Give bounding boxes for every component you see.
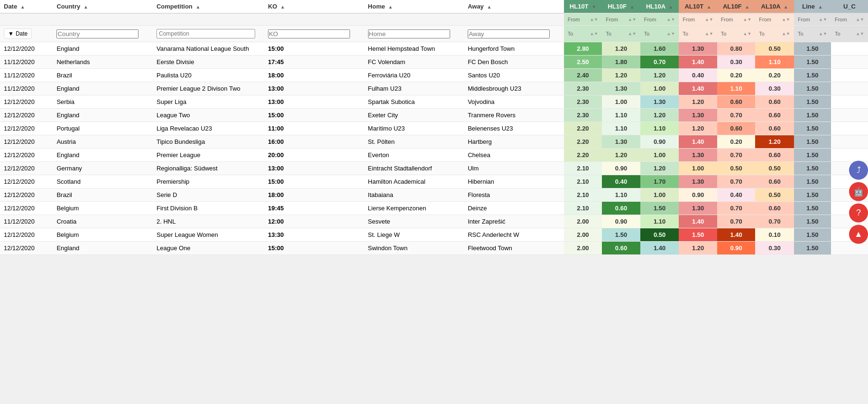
date-filter-cell: ▼ Date — [0, 26, 53, 42]
line-to-cell: To ▲▼ — [794, 26, 831, 42]
cell-hl10a: 1.20 — [640, 109, 679, 122]
cell-hl10f: 1.20 — [602, 42, 640, 56]
cell-al10f: 0.50 — [717, 162, 756, 175]
col-header-line[interactable]: Line ▲ — [794, 0, 831, 13]
col-header-date[interactable]: Date ▲ — [0, 0, 53, 13]
cell-al10t: 1.20 — [679, 95, 717, 109]
col-header-uc[interactable]: U_C — [831, 0, 868, 13]
al10a-to-spinner[interactable]: ▲▼ — [782, 31, 790, 37]
cell-line: 1.50 — [794, 202, 831, 215]
cell-uc — [831, 82, 868, 95]
table-row: 12/12/2020ScotlandPremiership15:00Hamilt… — [0, 175, 868, 188]
table-row: 12/12/2020EnglandPremier League20:00Ever… — [0, 149, 868, 162]
ko-filter-input[interactable] — [268, 29, 350, 38]
cell-hl10f: 1.10 — [602, 188, 640, 202]
cell-hl10t: 2.00 — [564, 215, 602, 228]
cell-al10t: 1.40 — [679, 135, 717, 149]
scroll-up-button[interactable]: ▲ — [849, 225, 868, 244]
cell-al10f: 0.70 — [717, 215, 756, 228]
table-row: 12/12/2020SerbiaSuper Liga13:00Spartak S… — [0, 95, 868, 109]
al10f-from-spinner[interactable]: ▲▼ — [743, 17, 752, 22]
away-filter-cell — [464, 26, 564, 42]
competition-filter-input[interactable] — [157, 29, 255, 38]
col-header-home[interactable]: Home ▲ — [364, 0, 464, 13]
cell-away: Fleetwood Town — [464, 242, 564, 255]
cell-country: Germany — [53, 162, 153, 175]
hl10a-from-spinner[interactable]: ▲▼ — [667, 17, 675, 22]
al10a-from-spinner[interactable]: ▲▼ — [782, 17, 790, 22]
line-from-cell: From ▲▼ — [794, 13, 831, 26]
cell-hl10a: 1.50 — [640, 202, 679, 215]
cell-home: Hamilton Academical — [364, 175, 464, 188]
cell-home: Lierse Kempenzonen — [364, 202, 464, 215]
col-header-country[interactable]: Country ▲ — [53, 0, 153, 13]
cell-hl10f: 0.40 — [602, 175, 640, 188]
col-header-away[interactable]: Away ▲ — [464, 0, 564, 13]
cell-hl10t: 2.00 — [564, 228, 602, 242]
share-button[interactable]: ⤴ — [849, 160, 868, 179]
hl10f-to-spinner[interactable]: ▲▼ — [628, 31, 637, 37]
cell-ko: 18:00 — [264, 69, 364, 82]
col-header-competition[interactable]: Competition ▲ — [153, 0, 264, 13]
home-filter-input[interactable] — [368, 29, 450, 38]
col-header-hl10a[interactable]: HL10A ▲ — [640, 0, 679, 13]
away-filter-input[interactable] — [468, 29, 550, 38]
main-table-container: Date ▲ Country ▲ Competition ▲ KO ▲ Home — [0, 0, 868, 255]
cell-al10a: 0.10 — [755, 228, 794, 242]
al10f-to-spinner[interactable]: ▲▼ — [743, 31, 752, 37]
sort-icon-hl10t: ▼ — [591, 4, 596, 9]
cell-country: Scotland — [53, 175, 153, 188]
col-header-al10a[interactable]: AL10A ▲ — [755, 0, 794, 13]
hl10t-to-spinner[interactable]: ▲▼ — [590, 31, 598, 37]
android-button[interactable]: 🤖 — [849, 182, 868, 201]
cell-hl10t: 2.20 — [564, 149, 602, 162]
cell-line: 1.50 — [794, 175, 831, 188]
data-table: Date ▲ Country ▲ Competition ▲ KO ▲ Home — [0, 0, 868, 255]
competition-filter-cell — [153, 26, 264, 42]
col-header-al10t[interactable]: AL10T ▲ — [679, 0, 717, 13]
cell-al10t: 1.30 — [679, 109, 717, 122]
cell-date: 12/12/2020 — [0, 202, 53, 215]
line-from-spinner[interactable]: ▲▼ — [819, 17, 827, 22]
cell-hl10a: 1.20 — [640, 69, 679, 82]
cell-away: RSC Anderlecht W — [464, 228, 564, 242]
line-to-spinner[interactable]: ▲▼ — [819, 31, 827, 37]
col-header-hl10t[interactable]: HL10T ▼ — [564, 0, 602, 13]
cell-away: Tranmere Rovers — [464, 109, 564, 122]
cell-hl10t: 2.30 — [564, 95, 602, 109]
help-button[interactable]: ? — [849, 203, 868, 222]
al10t-from-spinner[interactable]: ▲▼ — [705, 17, 713, 22]
uc-from-spinner[interactable]: ▲▼ — [856, 17, 864, 22]
cell-country: Serbia — [53, 95, 153, 109]
share-icon: ⤴ — [857, 165, 861, 175]
col-header-al10f[interactable]: AL10F ▲ — [717, 0, 756, 13]
cell-al10f: 0.20 — [717, 135, 756, 149]
hl10a-to-spinner[interactable]: ▲▼ — [667, 31, 675, 37]
cell-line: 1.50 — [794, 42, 831, 56]
cell-ko: 15:00 — [264, 242, 364, 255]
cell-date: 12/12/2020 — [0, 109, 53, 122]
from-empty — [0, 13, 564, 26]
cell-date: 12/12/2020 — [0, 175, 53, 188]
cell-al10a: 1.10 — [755, 56, 794, 69]
cell-hl10a: 0.90 — [640, 135, 679, 149]
al10t-to-spinner[interactable]: ▲▼ — [705, 31, 713, 37]
col-header-ko[interactable]: KO ▲ — [264, 0, 364, 13]
cell-al10f: 0.30 — [717, 56, 756, 69]
col-header-hl10f[interactable]: HL10F ▲ — [602, 0, 640, 13]
cell-al10a: 0.20 — [755, 69, 794, 82]
cell-al10f: 0.70 — [717, 149, 756, 162]
home-filter-cell — [364, 26, 464, 42]
hl10f-from-spinner[interactable]: ▲▼ — [628, 17, 637, 22]
country-filter-input[interactable] — [56, 29, 139, 38]
table-row: 12/12/2020EnglandVanarama National Leagu… — [0, 42, 868, 56]
cell-uc — [831, 149, 868, 162]
uc-to-spinner[interactable]: ▲▼ — [856, 31, 864, 37]
header-row: Date ▲ Country ▲ Competition ▲ KO ▲ Home — [0, 0, 868, 13]
cell-country: England — [53, 42, 153, 56]
cell-home: St. Pölten — [364, 135, 464, 149]
cell-date: 11/12/2020 — [0, 82, 53, 95]
cell-date: 11/12/2020 — [0, 69, 53, 82]
date-filter-button[interactable]: ▼ Date — [4, 28, 32, 39]
hl10t-from-spinner[interactable]: ▲▼ — [590, 17, 598, 22]
